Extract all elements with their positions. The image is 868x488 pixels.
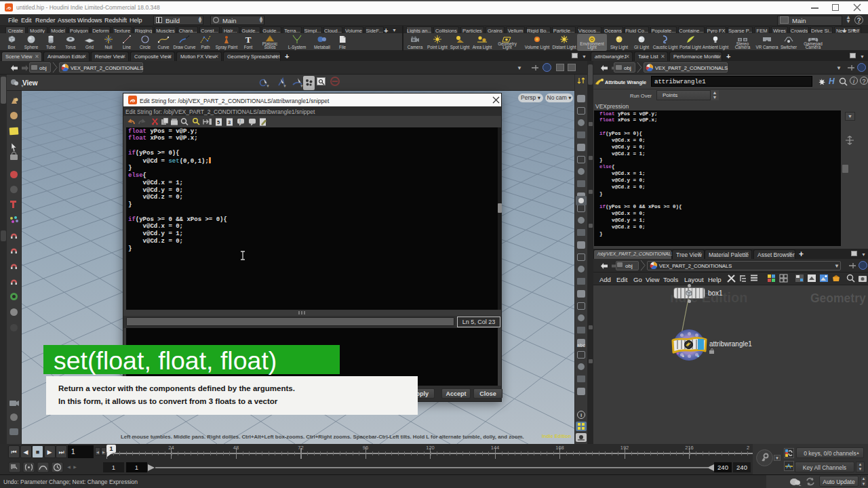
svg-text:3: 3 bbox=[228, 119, 231, 125]
svg-text:T: T bbox=[245, 35, 252, 44]
svg-text:5: 5 bbox=[217, 119, 220, 125]
svg-text:!: ! bbox=[239, 119, 241, 123]
